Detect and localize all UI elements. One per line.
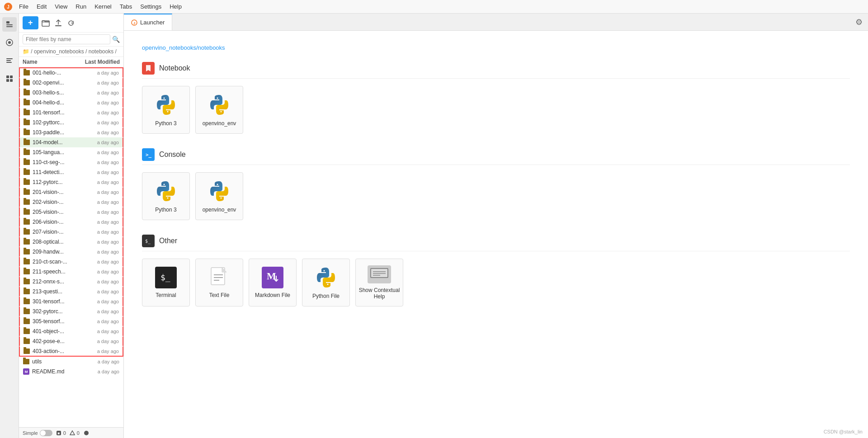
list-item[interactable]: 001-hello-...a day ago [19, 67, 123, 78]
list-item[interactable]: 202-vision-...a day ago [19, 197, 123, 207]
launcher-openvino-notebook[interactable]: openvino_env [195, 86, 243, 134]
menu-file[interactable]: File [15, 2, 32, 11]
list-item[interactable]: 201-vision-...a day ago [19, 187, 123, 197]
svg-point-28 [164, 184, 165, 185]
search-input[interactable] [23, 34, 110, 44]
folder-icon [24, 219, 30, 225]
list-item[interactable]: 111-detecti...a day ago [19, 167, 123, 177]
watermark: CSDN @stark_lin [824, 429, 863, 434]
list-item[interactable]: utilsa day ago [19, 357, 123, 367]
tab-launcher-label: Launcher [140, 19, 165, 26]
menu-tabs[interactable]: Tabs [116, 2, 136, 11]
file-modified: a day ago [83, 259, 119, 264]
list-item[interactable]: 209-handw...a day ago [19, 247, 123, 257]
menu-settings[interactable]: Settings [137, 2, 165, 11]
openvino-notebook-label: openvino_env [203, 120, 236, 127]
launcher-contextual-help[interactable]: Show Contextual Help [355, 259, 403, 306]
launcher-openvino-console[interactable]: openvino_env [195, 172, 243, 220]
launcher-python3-console[interactable]: Python 3 [142, 172, 190, 220]
col-name-header[interactable]: Name [23, 59, 84, 65]
settings-button[interactable]: ⚙ [850, 14, 868, 30]
folder-icon [24, 329, 30, 334]
file-name: 104-model... [33, 139, 83, 146]
folder-button[interactable] [40, 18, 51, 28]
launcher-python3-notebook[interactable]: Python 3 [142, 86, 190, 134]
list-item[interactable]: 210-ct-scan-...a day ago [19, 257, 123, 267]
simple-mode-toggle[interactable] [40, 430, 52, 436]
svg-rect-3 [6, 24, 13, 25]
file-modified: a day ago [83, 150, 119, 155]
folder-icon [24, 309, 30, 314]
activity-files[interactable] [2, 17, 17, 32]
console-section-icon: >_ [142, 148, 155, 161]
list-item[interactable]: 213-questi...a day ago [19, 287, 123, 297]
list-item[interactable]: 301-tensorf...a day ago [19, 297, 123, 306]
list-item[interactable]: 207-vision-...a day ago [19, 227, 123, 237]
list-item[interactable]: 101-tensorf...a day ago [19, 108, 123, 118]
list-item[interactable]: 003-hello-s...a day ago [19, 88, 123, 98]
list-item[interactable]: 205-vision-...a day ago [19, 207, 123, 217]
refresh-button[interactable] [66, 18, 76, 28]
activity-extensions[interactable] [2, 71, 17, 86]
list-item[interactable]: MREADME.mda day ago [19, 367, 123, 377]
list-item[interactable]: 104-model...a day ago [19, 137, 123, 147]
folder-icon [24, 289, 30, 294]
file-name: 212-onnx-s... [33, 278, 83, 285]
file-name: 301-tensorf... [33, 298, 83, 305]
list-item[interactable]: 112-pytorc...a day ago [19, 177, 123, 187]
col-modified-header[interactable]: Last Modified [84, 59, 120, 65]
file-name: 402-pose-e... [33, 338, 83, 344]
svg-point-23 [164, 98, 165, 99]
breadcrumb-home[interactable]: 📁 [23, 48, 29, 55]
menu-run[interactable]: Run [72, 2, 90, 11]
list-item[interactable]: 208-optical...a day ago [19, 237, 123, 247]
list-item[interactable]: 401-object-...a day ago [19, 326, 123, 336]
menu-edit[interactable]: Edit [33, 2, 50, 11]
list-item[interactable]: 206-vision-...a day ago [19, 217, 123, 227]
file-name: README.md [32, 368, 83, 375]
new-button[interactable]: + [23, 16, 38, 29]
other-section-header: $_ Other [142, 235, 850, 251]
menu-kernel[interactable]: Kernel [91, 2, 115, 11]
activity-bar [0, 14, 19, 438]
list-item[interactable]: 305-tensorf...a day ago [19, 316, 123, 326]
list-item[interactable]: 110-ct-seg-...a day ago [19, 157, 123, 167]
file-name: 112-pytorc... [33, 179, 83, 185]
menu-help[interactable]: Help [166, 2, 185, 11]
activity-commands[interactable] [2, 53, 17, 68]
svg-point-40 [324, 270, 325, 272]
tab-launcher[interactable]: J Launcher [124, 14, 172, 30]
terminal-icon: $_ [155, 267, 177, 288]
list-item[interactable]: 212-onnx-s...a day ago [19, 277, 123, 287]
file-name: utils [32, 358, 83, 365]
file-list: 001-hello-...a day ago002-openvi...a day… [19, 67, 123, 427]
activity-running[interactable] [2, 35, 17, 50]
folder-icon [24, 209, 30, 215]
folder-icon [24, 130, 30, 135]
list-item[interactable]: 102-pyttorc...a day ago [19, 118, 123, 127]
list-item[interactable]: 004-hello-d...a day ago [19, 98, 123, 108]
folder-icon [24, 110, 30, 115]
list-item[interactable]: 211-speech...a day ago [19, 267, 123, 277]
list-item[interactable]: 002-openvi...a day ago [19, 78, 123, 88]
svg-marker-18 [70, 431, 75, 435]
file-modified: a day ago [83, 120, 119, 125]
list-item[interactable]: 403-action-...a day ago [19, 346, 123, 357]
list-item[interactable]: 402-pose-e...a day ago [19, 336, 123, 346]
launcher-text-file[interactable]: Text File [195, 259, 243, 306]
folder-icon [24, 189, 30, 195]
launcher-terminal[interactable]: $_ Terminal [142, 259, 190, 306]
folder-icon [24, 249, 30, 254]
other-section-label: Other [159, 237, 177, 245]
file-name: 207-vision-... [33, 229, 83, 235]
launcher-markdown-file[interactable]: M Markdown File [249, 259, 297, 306]
markdown-file-icon: M [23, 368, 29, 375]
file-name: 002-openvi... [33, 80, 83, 86]
list-item[interactable]: 105-langua...a day ago [19, 147, 123, 157]
list-item[interactable]: 302-pytorc...a day ago [19, 306, 123, 316]
list-item[interactable]: 103-paddle...a day ago [19, 127, 123, 137]
upload-button[interactable] [53, 18, 64, 28]
menu-view[interactable]: View [51, 2, 71, 11]
file-name: 403-action-... [33, 348, 83, 354]
launcher-python-file[interactable]: Python File [302, 259, 350, 306]
